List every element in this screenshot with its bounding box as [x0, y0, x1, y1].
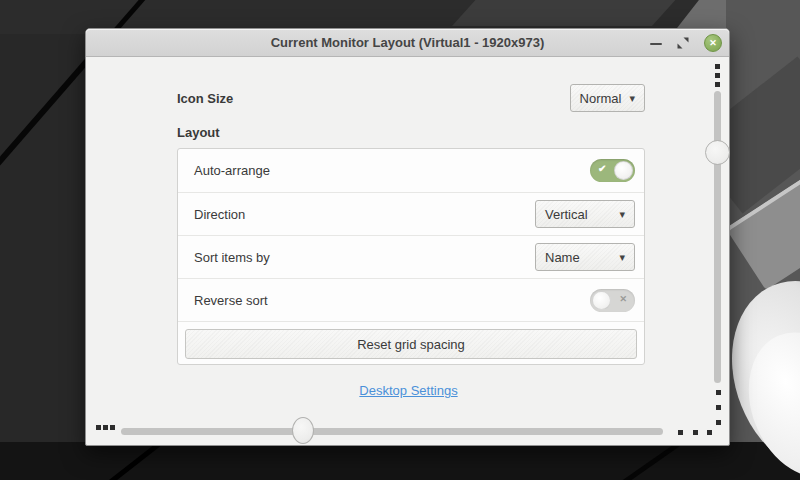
reset-grid-spacing-button[interactable]: Reset grid spacing [185, 329, 637, 359]
reverse-sort-toggle[interactable]: ✕ [590, 289, 635, 312]
reset-button-label: Reset grid spacing [357, 337, 465, 352]
close-button[interactable]: ✕ [704, 34, 722, 52]
toggle-knob [592, 291, 611, 310]
x-icon: ✕ [619, 294, 627, 304]
reverse-sort-label: Reverse sort [194, 293, 268, 308]
auto-arrange-label: Auto-arrange [194, 163, 270, 178]
minimize-button[interactable] [650, 43, 662, 45]
horizontal-grid-spacing-slider[interactable] [121, 428, 663, 435]
horizontal-slider-knob[interactable] [292, 417, 314, 444]
auto-arrange-row: Auto-arrange ✔ [178, 149, 644, 192]
grid-marker-dot [110, 425, 115, 430]
wallpaper-shape [0, 0, 96, 480]
grid-marker-dot [716, 405, 721, 410]
reverse-sort-row: Reverse sort ✕ [178, 278, 644, 321]
wallpaper-shape [452, 0, 688, 26]
direction-value: Vertical [545, 207, 588, 222]
icon-size-label: Icon Size [177, 91, 233, 106]
monitor-layout-window: Current Monitor Layout (Virtual1 - 1920x… [85, 28, 730, 446]
auto-arrange-toggle[interactable]: ✔ [590, 159, 635, 182]
layout-heading: Layout [177, 125, 220, 140]
sort-items-row: Sort items by Name ▾ [178, 235, 644, 278]
check-icon: ✔ [598, 163, 606, 174]
grid-marker-dot [716, 420, 721, 425]
toggle-knob [614, 161, 633, 180]
grid-marker-dot [693, 430, 698, 435]
window-title: Current Monitor Layout (Virtual1 - 1920x… [86, 35, 729, 50]
direction-label: Direction [194, 207, 245, 222]
grid-marker-dot [96, 425, 101, 430]
restore-button[interactable] [677, 37, 689, 49]
desktop-settings-link[interactable]: Desktop Settings [359, 383, 457, 398]
close-icon: ✕ [709, 39, 717, 48]
titlebar[interactable]: Current Monitor Layout (Virtual1 - 1920x… [86, 29, 729, 57]
vertical-grid-spacing-slider[interactable] [714, 91, 721, 383]
grid-marker-dot [715, 73, 720, 78]
vertical-slider-knob[interactable] [705, 140, 730, 165]
grid-marker-dot [715, 64, 720, 69]
chevron-down-icon: ▾ [619, 208, 625, 221]
icon-size-dropdown[interactable]: Normal ▾ [570, 84, 645, 112]
grid-marker-dot [707, 430, 712, 435]
restore-icon [677, 37, 689, 49]
chevron-down-icon: ▾ [619, 251, 625, 264]
direction-row: Direction Vertical ▾ [178, 192, 644, 235]
sort-items-label: Sort items by [194, 250, 270, 265]
grid-marker-dot [715, 82, 720, 87]
sort-items-dropdown[interactable]: Name ▾ [535, 243, 635, 271]
grid-marker-dot [716, 390, 721, 395]
grid-marker-dot [103, 425, 108, 430]
sort-items-value: Name [545, 250, 580, 265]
grid-marker-dot [678, 430, 683, 435]
direction-dropdown[interactable]: Vertical ▾ [535, 200, 635, 228]
icon-size-value: Normal [580, 91, 622, 106]
chevron-down-icon: ▾ [629, 92, 635, 105]
reset-row: Reset grid spacing [178, 321, 644, 365]
layout-settings-list: Auto-arrange ✔ Direction Vertical ▾ Sort… [177, 148, 645, 365]
